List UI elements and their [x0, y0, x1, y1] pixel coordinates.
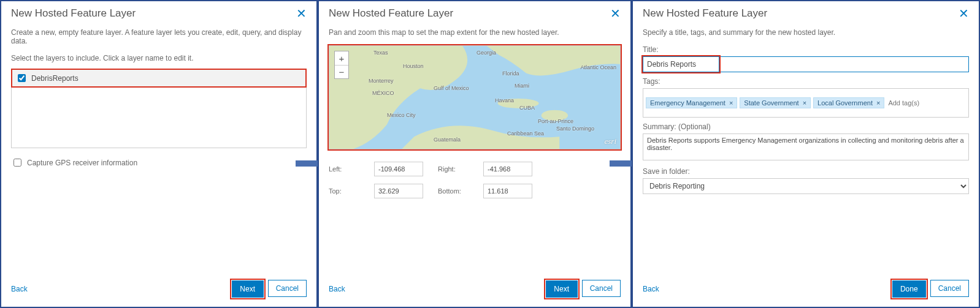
tags-label: Tags:	[643, 77, 969, 86]
dialog-step-3: New Hosted Feature Layer ✕ Specify a tit…	[632, 0, 980, 308]
cancel-button[interactable]: Cancel	[582, 280, 621, 297]
map-canvas[interactable]: + − esri Texas Houston Florida Miami Hav…	[329, 45, 621, 149]
extent-inputs: Left: Right: Top: Bottom:	[329, 162, 621, 198]
extent-right-input[interactable]	[483, 162, 532, 176]
tag-remove-icon[interactable]: ×	[803, 99, 806, 107]
tag-text: State Government	[744, 99, 798, 107]
cancel-button[interactable]: Cancel	[268, 280, 307, 297]
back-link[interactable]: Back	[329, 285, 345, 293]
tag-remove-icon[interactable]: ×	[876, 99, 880, 107]
dialog-title: New Hosted Feature Layer	[329, 7, 453, 20]
tag-remove-icon[interactable]: ×	[729, 99, 733, 107]
dialog-title: New Hosted Feature Layer	[11, 7, 136, 20]
intro-text: Create a new, empty feature layer. A fea…	[11, 28, 307, 45]
next-button[interactable]: Next	[232, 280, 264, 298]
zoom-control: + −	[334, 51, 349, 79]
tag-text: Local Government	[817, 99, 873, 107]
extent-bottom-label: Bottom:	[438, 187, 475, 195]
folder-label: Save in folder:	[643, 167, 969, 176]
next-button[interactable]: Next	[546, 280, 578, 298]
dialog-step-2: New Hosted Feature Layer ✕ Pan and zoom …	[318, 0, 632, 308]
intro-text: Pan and zoom this map to set the map ext…	[329, 28, 621, 37]
back-link[interactable]: Back	[11, 285, 28, 293]
extent-left-input[interactable]	[374, 162, 423, 176]
cancel-button[interactable]: Cancel	[930, 280, 969, 297]
dialog-step-1: New Hosted Feature Layer ✕ Create a new,…	[0, 0, 318, 308]
svg-point-2	[498, 99, 539, 108]
zoom-in-button[interactable]: +	[335, 51, 348, 65]
gps-label: Capture GPS receiver information	[27, 159, 137, 167]
tag-chip[interactable]: State Government ×	[740, 97, 811, 108]
extent-left-label: Left:	[329, 165, 366, 173]
back-link[interactable]: Back	[643, 285, 659, 293]
svg-point-3	[542, 110, 568, 121]
zoom-out-button[interactable]: −	[335, 65, 348, 78]
tags-box[interactable]: Emergency Management × State Government …	[643, 88, 969, 118]
map-extent-highlight: + − esri Texas Houston Florida Miami Hav…	[329, 45, 621, 149]
select-hint: Select the layers to include. Click a la…	[11, 54, 307, 62]
done-button[interactable]: Done	[892, 280, 926, 298]
close-icon[interactable]: ✕	[610, 7, 621, 20]
layer-row[interactable]: DebrisReports	[12, 69, 306, 87]
intro-text: Specify a title, tags, and summary for t…	[643, 28, 969, 37]
summary-label: Summary: (Optional)	[643, 122, 969, 131]
title-input[interactable]	[643, 56, 719, 72]
summary-input[interactable]: Debris Reports supports Emergency Manage…	[643, 133, 969, 160]
folder-select[interactable]: Debris Reporting	[643, 178, 969, 194]
close-icon[interactable]: ✕	[959, 7, 969, 20]
extent-top-label: Top:	[329, 187, 366, 195]
esri-attribution: esri	[605, 137, 617, 146]
extent-top-input[interactable]	[374, 184, 423, 198]
tag-input[interactable]	[887, 97, 966, 108]
close-icon[interactable]: ✕	[296, 7, 307, 20]
dialog-title: New Hosted Feature Layer	[643, 7, 767, 20]
tag-chip[interactable]: Emergency Management ×	[646, 97, 737, 108]
layer-checkbox[interactable]	[18, 74, 26, 82]
extent-bottom-input[interactable]	[483, 184, 532, 198]
layer-list: DebrisReports	[11, 69, 307, 148]
tag-text: Emergency Management	[650, 99, 725, 107]
tag-chip[interactable]: Local Government ×	[813, 97, 884, 108]
layer-name[interactable]: DebrisReports	[31, 74, 78, 83]
extent-right-label: Right:	[438, 165, 475, 173]
gps-checkbox[interactable]	[13, 159, 21, 167]
title-label: Title:	[643, 45, 969, 54]
